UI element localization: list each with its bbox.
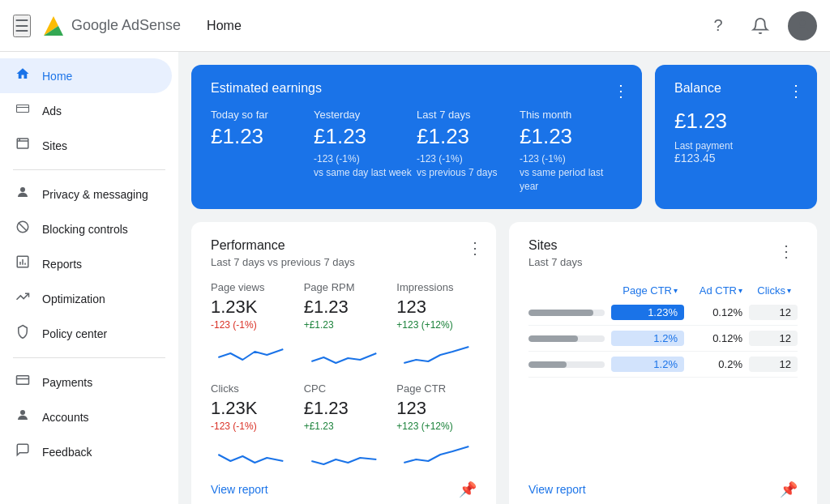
performance-card: ⋮ Performance Last 7 days vs previous 7 … — [191, 222, 496, 504]
notifications-button[interactable] — [746, 11, 775, 41]
sidebar-label-blocking: Blocking controls — [42, 223, 128, 236]
metric-value-clicks: 1.23K — [211, 398, 291, 419]
sidebar-item-optimization[interactable]: Optimization — [0, 281, 172, 316]
performance-subtitle: Last 7 days vs previous 7 days — [211, 256, 477, 268]
home-icon — [13, 66, 32, 85]
metric-sub-month: -123 (-1%)vs same period last year — [520, 152, 622, 193]
sites-col-label-adctr: Ad CTR — [700, 284, 737, 297]
earnings-menu-button[interactable]: ⋮ — [610, 78, 632, 104]
sites-col-label-clicks: Clicks — [757, 284, 785, 297]
metric-change-cpc: +£1.23 — [304, 421, 384, 432]
sidebar-label-accounts: Accounts — [42, 411, 89, 424]
sites-col-header-clicks[interactable]: Clicks ▾ — [749, 284, 798, 297]
sidebar-item-accounts[interactable]: Accounts — [0, 399, 172, 434]
site-bar-2 — [528, 335, 611, 342]
sites-subtitle: Last 7 days — [528, 256, 583, 268]
adsense-logo-icon — [41, 13, 66, 39]
metric-impressions: Impressions 123 +123 (+12%) — [396, 281, 477, 369]
sites-col-header-adctr[interactable]: Ad CTR ▾ — [684, 284, 749, 297]
balance-value: £1.23 — [674, 109, 798, 134]
metric-value-impressions: 123 — [396, 297, 477, 318]
metric-change-pagectr: +123 (+12%) — [396, 421, 477, 432]
svg-line-11 — [19, 223, 28, 232]
sidebar-item-payments[interactable]: Payments — [0, 365, 172, 399]
sites-title-group: Sites Last 7 days — [528, 238, 583, 281]
svg-rect-16 — [17, 376, 29, 385]
sidebar-label-sites: Sites — [42, 139, 67, 152]
sites-col-header-pagectr[interactable]: Page CTR ▾ — [611, 284, 684, 297]
sidebar-item-ads[interactable]: Ads — [0, 93, 172, 128]
topbar-actions: ? — [704, 11, 817, 41]
earnings-card: ⋮ Estimated earnings Today so far £1.23 … — [191, 65, 642, 209]
sites-col-label-pagectr: Page CTR — [622, 284, 672, 297]
sidebar-item-blocking[interactable]: Blocking controls — [0, 211, 172, 246]
blocking-icon — [13, 220, 32, 238]
metric-value-month: £1.23 — [520, 124, 622, 149]
sites-row-1: 1.23% 0.12% 12 — [528, 300, 798, 326]
metric-sub-yesterday: -123 (-1%)vs same day last week — [314, 152, 417, 180]
metric-value-pagerpm: £1.23 — [304, 297, 384, 318]
help-button[interactable]: ? — [704, 11, 733, 41]
sidebar-label-policy: Policy center — [42, 327, 107, 340]
sidebar-item-privacy[interactable]: Privacy & messaging — [0, 177, 172, 211]
earnings-metrics: Today so far £1.23 Yesterday £1.23 -123 … — [211, 109, 622, 193]
balance-menu-button[interactable]: ⋮ — [785, 78, 807, 104]
accounts-icon — [13, 408, 32, 426]
sidebar-item-reports[interactable]: Reports — [0, 246, 172, 281]
svg-point-18 — [20, 410, 25, 415]
balance-title: Balance — [674, 81, 798, 96]
earnings-metric-7days: Last 7 days £1.23 -123 (-1%)vs previous … — [417, 109, 520, 193]
earnings-metric-month: This month £1.23 -123 (-1%)vs same perio… — [520, 109, 622, 193]
metric-clicks: Clicks 1.23K -123 (-1%) — [211, 382, 291, 471]
adctr-dropdown-arrow: ▾ — [738, 286, 742, 295]
metric-label-yesterday: Yesterday — [314, 109, 417, 121]
logo-text: Google AdSense — [71, 17, 181, 34]
site-pagectr-1: 1.23% — [611, 305, 684, 320]
sites-menu-button[interactable]: ⋮ — [775, 238, 798, 264]
performance-menu-button[interactable]: ⋮ — [464, 235, 486, 261]
metric-label-clicks: Clicks — [211, 382, 291, 395]
site-bar-3 — [528, 361, 611, 368]
site-bar-1 — [528, 310, 611, 316]
metric-change-pageviews: -123 (-1%) — [211, 319, 291, 331]
metric-label-pageviews: Page views — [211, 281, 291, 293]
metric-label-cpc: CPC — [304, 382, 384, 395]
svg-rect-6 — [17, 139, 28, 148]
metric-label-today: Today so far — [211, 109, 314, 121]
topbar: ☰ Google AdSense Home ? — [0, 0, 830, 52]
performance-view-report-button[interactable]: View report — [211, 483, 268, 496]
sidebar-item-home[interactable]: Home — [0, 58, 172, 93]
performance-pin-icon[interactable]: 📌 — [459, 481, 477, 498]
earnings-row: ⋮ Estimated earnings Today so far £1.23 … — [191, 65, 817, 209]
clicks-dropdown-arrow: ▾ — [787, 286, 791, 295]
privacy-icon — [13, 185, 32, 203]
menu-icon[interactable]: ☰ — [13, 15, 31, 37]
metric-value-7days: £1.23 — [417, 124, 520, 149]
metric-label-month: This month — [520, 109, 622, 121]
metric-pageviews: Page views 1.23K -123 (-1%) — [211, 281, 291, 369]
svg-point-3 — [799, 19, 805, 25]
site-adctr-2: 0.12% — [684, 332, 749, 344]
sites-view-report-button[interactable]: View report — [528, 483, 586, 496]
sidebar-item-sites[interactable]: Sites — [0, 128, 172, 163]
ads-icon — [13, 101, 32, 120]
page-title: Home — [207, 19, 704, 33]
sidebar-label-home: Home — [42, 70, 72, 83]
site-pagectr-2: 1.2% — [611, 331, 684, 346]
policy-icon — [13, 324, 32, 343]
sites-pin-icon[interactable]: 📌 — [780, 481, 798, 498]
metric-sub-7days: -123 (-1%)vs previous 7 days — [417, 152, 520, 180]
sidebar-item-feedback[interactable]: Feedback — [0, 434, 172, 469]
sidebar-divider-2 — [13, 357, 165, 358]
metric-chart-pageviews — [211, 337, 291, 369]
metric-label-7days: Last 7 days — [417, 109, 520, 121]
metric-pagectr: Page CTR 123 +123 (+12%) — [396, 382, 477, 471]
svg-point-9 — [20, 187, 25, 192]
sidebar-item-policy[interactable]: Policy center — [0, 316, 172, 351]
optimization-icon — [13, 289, 32, 308]
feedback-icon — [13, 442, 32, 461]
site-adctr-3: 0.2% — [684, 358, 749, 370]
account-button[interactable] — [788, 11, 817, 41]
pagectr-dropdown-arrow: ▾ — [674, 286, 678, 295]
metric-label-pagerpm: Page RPM — [304, 281, 384, 293]
